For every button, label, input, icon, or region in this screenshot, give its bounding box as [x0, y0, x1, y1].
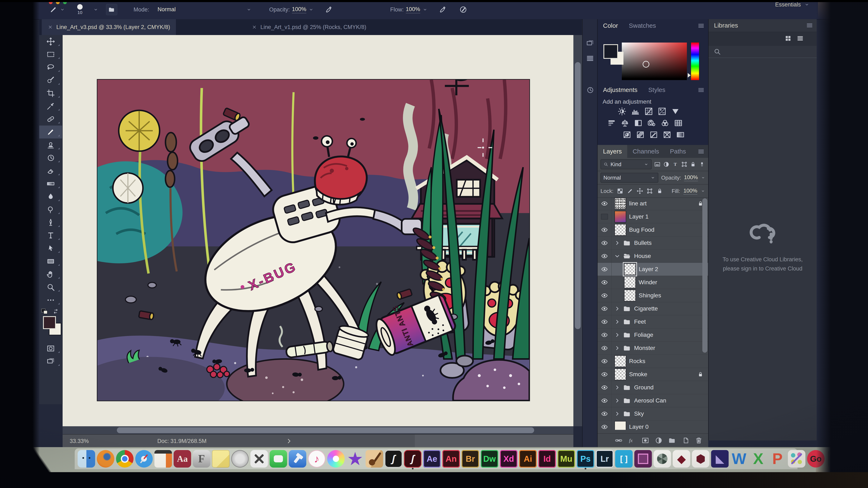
- layer-visibility-toggle[interactable]: [597, 341, 612, 355]
- airbrush-toggle-icon[interactable]: [438, 5, 446, 14]
- layer-thumbnail[interactable]: [615, 368, 626, 380]
- close-tab-icon[interactable]: [48, 24, 53, 30]
- tool-clone-stamp[interactable]: [39, 138, 62, 152]
- dock-item-garageband[interactable]: [366, 450, 383, 467]
- group-expand-icon[interactable]: [615, 398, 620, 403]
- layer-name[interactable]: Cigarette: [634, 305, 658, 312]
- layers-scrollbar[interactable]: [702, 197, 707, 430]
- layer-name[interactable]: Layer 1: [629, 213, 649, 220]
- tab-adjustments[interactable]: Adjustments: [597, 84, 643, 96]
- layer-row-layer-1[interactable]: Layer 1: [597, 210, 708, 223]
- lock-pixels-icon[interactable]: [627, 188, 633, 195]
- status-options-chevron-icon[interactable]: [286, 438, 292, 444]
- brush-picker-chevron-icon[interactable]: [93, 7, 98, 12]
- dock-item-word[interactable]: W: [730, 450, 748, 467]
- filter-pixel-layers-icon[interactable]: [654, 161, 660, 168]
- group-expand-icon[interactable]: [615, 240, 620, 246]
- layer-visibility-toggle[interactable]: [597, 263, 612, 276]
- tool-more-tools[interactable]: [39, 294, 62, 306]
- libraries-panel-menu-icon[interactable]: [806, 22, 813, 29]
- adjustment-exposure-icon[interactable]: [657, 107, 667, 116]
- tab-line-art-v1[interactable]: Line_Art_v1.psd @ 25% (Rocks, CMYK/8): [246, 19, 372, 35]
- layer-row-house[interactable]: House: [597, 250, 708, 263]
- fill-input[interactable]: 100%: [683, 188, 697, 195]
- layer-visibility-toggle[interactable]: [597, 236, 612, 250]
- layer-row-winder[interactable]: Winder: [597, 276, 708, 289]
- vscroll-thumb[interactable]: [575, 62, 581, 329]
- dock-item-diamond-app[interactable]: ◆: [673, 450, 690, 467]
- delete-layer-icon[interactable]: [695, 436, 703, 445]
- layer-visibility-toggle[interactable]: [597, 276, 612, 289]
- mode-select[interactable]: Normal: [158, 6, 176, 13]
- adjustment-threshold-icon[interactable]: [649, 130, 659, 139]
- filter-type-layers-icon[interactable]: T: [672, 161, 679, 168]
- panel-history-icon[interactable]: [586, 39, 594, 47]
- layer-thumbnail[interactable]: [624, 276, 636, 288]
- group-expand-icon[interactable]: [615, 345, 620, 351]
- adjustment-channel-icon[interactable]: [660, 119, 670, 128]
- layer-thumbnail[interactable]: [615, 198, 626, 209]
- lock-artboard-icon[interactable]: [646, 188, 653, 195]
- close-tab-icon[interactable]: [252, 24, 257, 30]
- blend-mode-select[interactable]: Normal: [600, 173, 658, 183]
- brush-preset-picker[interactable]: 10: [77, 0, 83, 19]
- dock-item-dreamweaver[interactable]: Dw: [481, 450, 498, 467]
- adjustment-photofilter-icon[interactable]: [646, 119, 657, 128]
- tool-history-brush[interactable]: [39, 152, 62, 164]
- adjustments-panel-menu-icon[interactable]: [697, 86, 705, 94]
- dock-item-brackets[interactable]: [ ]: [615, 450, 633, 467]
- new-layer-icon[interactable]: [681, 436, 689, 445]
- dock-item-itunes[interactable]: ♪: [308, 450, 326, 467]
- dock-item-excel[interactable]: X: [749, 450, 767, 467]
- layer-name[interactable]: Monster: [634, 345, 655, 351]
- layer-row-foliage[interactable]: Foliage: [597, 328, 708, 341]
- tool-blur[interactable]: [39, 190, 62, 203]
- screen-mode-button[interactable]: [39, 355, 62, 368]
- layer-row-sky[interactable]: Sky: [597, 407, 708, 420]
- layer-name[interactable]: Ground: [634, 384, 653, 391]
- group-expand-icon[interactable]: [615, 411, 620, 417]
- layer-name[interactable]: Feet: [634, 319, 646, 325]
- dock-item-photoshop[interactable]: Ps: [577, 450, 594, 467]
- layer-filter-kind-select[interactable]: Kind: [600, 159, 652, 169]
- tab-paths[interactable]: Paths: [664, 145, 691, 158]
- layer-visibility-toggle[interactable]: [597, 210, 612, 223]
- adjustment-lookup-icon[interactable]: [673, 119, 684, 128]
- layer-name[interactable]: Rocks: [629, 358, 645, 364]
- layer-thumbnail[interactable]: [615, 421, 626, 430]
- swap-colors-icon[interactable]: [53, 308, 59, 315]
- dock-item-powerpoint[interactable]: P: [769, 450, 786, 467]
- dock-item-illustrator[interactable]: Ai: [519, 450, 537, 467]
- group-expand-icon[interactable]: [615, 306, 620, 312]
- group-expand-icon[interactable]: [615, 319, 620, 325]
- layer-filter-toggle[interactable]: [699, 161, 705, 168]
- dock-item-photos[interactable]: [327, 450, 345, 467]
- filter-smart-objects-icon[interactable]: [690, 161, 696, 168]
- adjustment-histogram-icon[interactable]: [630, 107, 641, 116]
- tool-brush[interactable]: [39, 126, 62, 138]
- group-expand-icon[interactable]: [615, 332, 620, 338]
- layer-visibility-toggle[interactable]: [597, 328, 612, 341]
- color-panel-menu-icon[interactable]: [697, 22, 705, 30]
- adjustment-gradmap-icon[interactable]: [675, 130, 686, 139]
- color-picker-ring[interactable]: [643, 61, 649, 68]
- new-group-icon[interactable]: [668, 436, 676, 445]
- layer-row-layer-0[interactable]: Layer 0: [597, 420, 708, 430]
- tool-lasso[interactable]: [39, 61, 62, 74]
- tool-dodge[interactable]: [39, 203, 62, 216]
- panel-info-icon[interactable]: [586, 86, 594, 94]
- fill-chevron-icon[interactable]: [701, 189, 705, 194]
- adjustment-vibrance-icon[interactable]: [670, 107, 681, 116]
- layer-name[interactable]: Smoke: [629, 371, 647, 378]
- tool-zoom[interactable]: [39, 281, 62, 294]
- layer-thumbnail[interactable]: [624, 263, 636, 275]
- layer-name[interactable]: House: [634, 253, 651, 259]
- group-collapse-icon[interactable]: [615, 253, 620, 259]
- tool-quick-select[interactable]: [39, 74, 62, 87]
- add-mask-icon[interactable]: [642, 436, 649, 445]
- color-foreground-chip[interactable]: [603, 44, 618, 59]
- dock-item-indesign[interactable]: Id: [538, 450, 556, 467]
- dock-item-bridge[interactable]: Br: [462, 450, 479, 467]
- layer-visibility-toggle[interactable]: [597, 394, 612, 407]
- saturation-brightness-field[interactable]: [622, 42, 687, 80]
